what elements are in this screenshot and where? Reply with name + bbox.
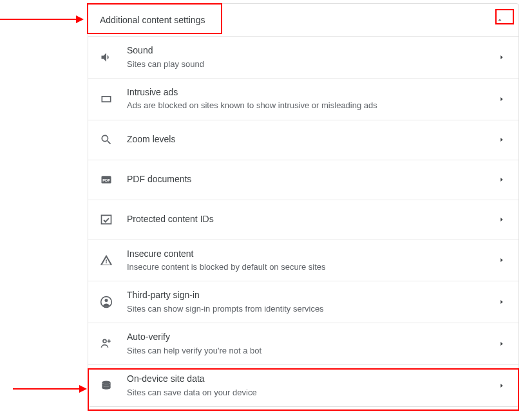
chevron-right-icon <box>497 52 507 62</box>
chevron-right-icon <box>497 135 507 145</box>
chevron-right-icon <box>497 94 507 104</box>
setting-item-body: Zoom levels <box>127 133 497 146</box>
setting-item-sub: Sites can show sign-in prompts from iden… <box>127 303 497 315</box>
collapse-chevron-up-icon[interactable] <box>493 13 507 27</box>
person-circle-icon <box>100 296 113 308</box>
setting-item-sound[interactable]: Sound Sites can play sound <box>88 37 518 79</box>
setting-item-title: PDF documents <box>127 173 497 186</box>
setting-item-body: Insecure content Insecure content is blo… <box>127 248 497 274</box>
setting-item-sub: Ads are blocked on sites known to show i… <box>127 100 497 111</box>
setting-item-on-device-site-data[interactable]: On-device site data Sites can save data … <box>88 365 518 406</box>
setting-item-title: Intrusive ads <box>127 86 497 99</box>
ads-icon <box>100 93 113 106</box>
chevron-right-icon <box>497 214 507 225</box>
setting-item-title: Insecure content <box>127 248 497 261</box>
setting-item-title: Zoom levels <box>127 133 497 146</box>
setting-item-title: Third-party sign-in <box>127 289 497 302</box>
setting-item-insecure-content[interactable]: Insecure content Insecure content is blo… <box>88 240 518 282</box>
setting-item-body: Intrusive ads Ads are blocked on sites k… <box>127 86 497 112</box>
setting-item-title: Sound <box>127 44 497 57</box>
setting-item-protected-content[interactable]: Protected content IDs <box>88 200 518 240</box>
setting-item-title: On-device site data <box>127 373 497 386</box>
annotation-arrow-top <box>0 13 84 26</box>
setting-item-title: Protected content IDs <box>127 213 497 226</box>
storage-icon <box>100 379 113 392</box>
warning-icon <box>100 254 113 267</box>
chevron-right-icon <box>497 174 507 185</box>
chevron-right-icon <box>497 339 507 349</box>
setting-item-sub: Sites can help verify you're not a bot <box>127 345 497 357</box>
setting-item-body: Third-party sign-in Sites can show sign-… <box>127 289 497 315</box>
setting-item-sub: Sites can play sound <box>127 59 497 70</box>
setting-item-body: Protected content IDs <box>127 213 497 226</box>
search-icon <box>100 133 113 146</box>
chevron-right-icon <box>497 255 507 265</box>
pdf-icon: PDF <box>100 173 113 186</box>
sound-icon <box>100 51 113 64</box>
additional-content-settings-panel: Additional content settings Sound Sites … <box>88 3 519 407</box>
svg-point-5 <box>102 381 110 384</box>
svg-point-3 <box>105 299 108 302</box>
svg-point-4 <box>103 339 106 343</box>
setting-item-auto-verify[interactable]: Auto-verify Sites can help verify you're… <box>88 323 518 365</box>
svg-text:PDF: PDF <box>102 178 110 182</box>
setting-item-intrusive-ads[interactable]: Intrusive ads Ads are blocked on sites k… <box>88 79 518 120</box>
auto-verify-icon <box>100 337 113 350</box>
setting-item-body: On-device site data Sites can save data … <box>127 373 497 399</box>
section-header-title: Additional content settings <box>100 15 205 25</box>
setting-item-third-party-signin[interactable]: Third-party sign-in Sites can show sign-… <box>88 281 518 323</box>
svg-marker-7 <box>76 15 84 23</box>
setting-item-sub: Sites can save data on your device <box>127 387 497 399</box>
protected-content-icon <box>100 213 113 226</box>
setting-item-body: Sound Sites can play sound <box>127 44 497 70</box>
setting-item-sub: Insecure content is blocked by default o… <box>127 261 497 273</box>
setting-item-pdf-documents[interactable]: PDF PDF documents <box>88 160 518 200</box>
setting-item-body: Auto-verify Sites can help verify you're… <box>127 331 497 357</box>
setting-item-title: Auto-verify <box>127 331 497 344</box>
chevron-right-icon <box>497 297 507 307</box>
svg-marker-9 <box>79 385 87 393</box>
section-header[interactable]: Additional content settings <box>88 4 518 37</box>
setting-item-body: PDF documents <box>127 173 497 186</box>
setting-item-zoom-levels[interactable]: Zoom levels <box>88 120 518 160</box>
annotation-arrow-bottom <box>13 382 87 395</box>
chevron-right-icon <box>497 381 507 391</box>
